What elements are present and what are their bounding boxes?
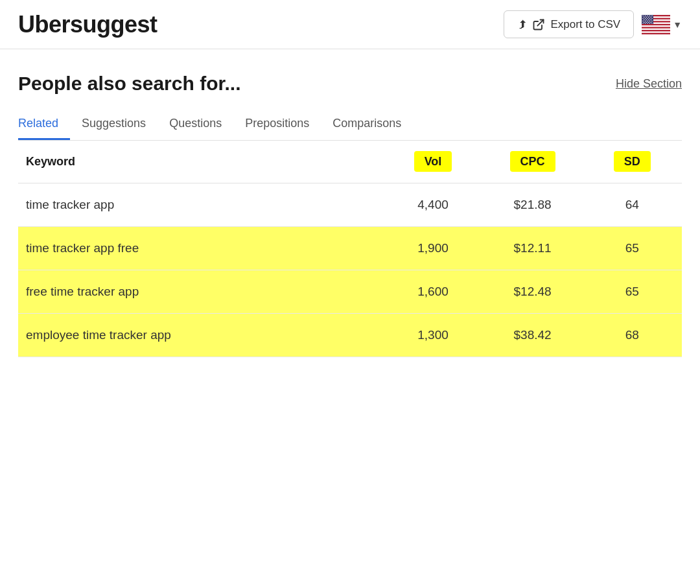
svg-point-34 [648, 21, 649, 22]
cell-sd: 65 [582, 270, 682, 314]
logo: Ubersuggest [18, 11, 158, 38]
svg-point-21 [649, 18, 650, 18]
export-csv-label: Export to CSV [550, 18, 620, 31]
svg-point-9 [642, 15, 643, 16]
table-row: time tracker app4,400$21.8864 [18, 183, 682, 227]
cell-sd: 68 [582, 314, 682, 357]
us-flag-icon [642, 15, 670, 34]
svg-point-35 [651, 21, 651, 22]
table-header-row: Keyword Vol CPC SD [18, 141, 682, 183]
svg-point-30 [649, 20, 650, 21]
cell-cpc: $12.11 [483, 227, 583, 270]
keyword-table-container: Keyword Vol CPC SD time tracker app4,400… [18, 141, 682, 357]
svg-point-14 [644, 16, 644, 17]
cell-keyword: free time tracker app [18, 270, 383, 314]
header-right: ⮭ Export to CSV [504, 10, 682, 38]
svg-point-22 [651, 18, 652, 18]
svg-point-38 [647, 23, 648, 23]
svg-point-31 [651, 20, 652, 21]
svg-point-36 [642, 23, 643, 23]
export-csv-button[interactable]: ⮭ Export to CSV [504, 10, 634, 38]
cell-vol: 1,900 [383, 227, 483, 270]
col-header-cpc: CPC [483, 141, 583, 183]
cell-keyword: time tracker app free [18, 227, 383, 270]
svg-point-33 [646, 21, 647, 22]
export-icon: ⮭ [517, 18, 545, 31]
section-title: People also search for... [18, 73, 240, 95]
tab-prepositions[interactable]: Prepositions [233, 110, 321, 140]
col-header-vol: Vol [383, 141, 483, 183]
tabs-row: Related Suggestions Questions Prepositio… [18, 110, 682, 141]
table-row: free time tracker app1,600$12.4865 [18, 270, 682, 314]
cell-keyword: time tracker app [18, 183, 383, 227]
col-header-sd: SD [582, 141, 682, 183]
svg-point-28 [645, 20, 646, 21]
main-content: People also search for... Hide Section R… [0, 49, 700, 357]
hide-section-link[interactable]: Hide Section [616, 77, 682, 91]
table-row: employee time tracker app1,300$38.4268 [18, 314, 682, 357]
cell-keyword: employee time tracker app [18, 314, 383, 357]
cell-cpc: $12.48 [483, 270, 583, 314]
cell-vol: 1,300 [383, 314, 483, 357]
cell-cpc: $21.88 [483, 183, 583, 227]
svg-point-16 [648, 16, 649, 17]
svg-point-25 [648, 19, 649, 19]
svg-line-0 [538, 20, 544, 26]
svg-point-26 [651, 19, 651, 19]
svg-point-19 [645, 18, 646, 18]
cell-cpc: $38.42 [483, 314, 583, 357]
tab-questions[interactable]: Questions [158, 110, 233, 140]
cell-sd: 64 [582, 183, 682, 227]
keyword-table: Keyword Vol CPC SD time tracker app4,400… [18, 141, 682, 357]
tab-comparisons[interactable]: Comparisons [321, 110, 413, 140]
svg-point-18 [642, 18, 643, 18]
svg-point-23 [644, 19, 644, 19]
svg-point-13 [651, 15, 652, 16]
svg-point-24 [646, 19, 647, 19]
svg-point-20 [647, 18, 648, 18]
country-selector[interactable]: ▼ [642, 15, 682, 34]
col-header-keyword: Keyword [18, 141, 383, 183]
section-header: People also search for... Hide Section [18, 73, 682, 95]
tab-related[interactable]: Related [18, 110, 70, 140]
svg-point-40 [651, 23, 652, 23]
chevron-down-icon: ▼ [673, 19, 682, 30]
svg-point-32 [644, 21, 644, 22]
svg-point-27 [642, 20, 643, 21]
header-bar: Ubersuggest ⮭ Export to CSV [0, 0, 700, 49]
svg-point-11 [647, 15, 648, 16]
svg-rect-7 [642, 31, 670, 32]
svg-rect-5 [642, 25, 670, 27]
svg-point-37 [645, 23, 646, 23]
svg-rect-6 [642, 28, 670, 29]
table-row: time tracker app free1,900$12.1165 [18, 227, 682, 270]
cell-vol: 1,600 [383, 270, 483, 314]
cell-sd: 65 [582, 227, 682, 270]
cell-vol: 4,400 [383, 183, 483, 227]
tab-suggestions[interactable]: Suggestions [70, 110, 158, 140]
svg-point-29 [647, 20, 648, 21]
svg-point-10 [645, 15, 646, 16]
svg-point-39 [649, 23, 650, 23]
svg-point-17 [651, 16, 651, 17]
svg-point-12 [649, 15, 650, 16]
svg-point-15 [646, 16, 647, 17]
